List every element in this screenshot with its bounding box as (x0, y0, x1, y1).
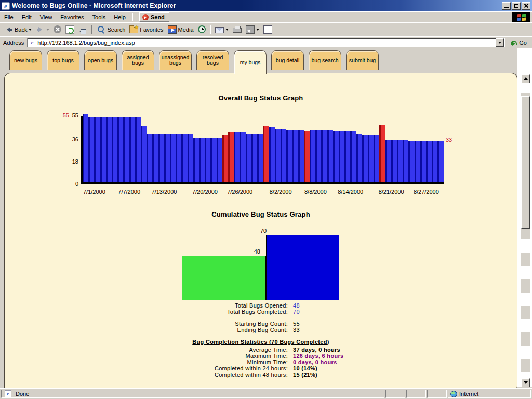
menu-edit[interactable]: Edit (18, 12, 36, 22)
globe-icon (450, 391, 457, 397)
zone-label: Internet (459, 391, 478, 397)
x-axis-tick: 7/26/2000 (227, 189, 252, 195)
x-axis-tick: 8/21/2000 (379, 189, 404, 195)
end-count-label: 33 (446, 137, 452, 143)
chart-bar (362, 135, 368, 182)
chart-bar (181, 134, 187, 182)
send-icon (142, 14, 149, 20)
vertical-scrollbar[interactable] (521, 74, 530, 387)
chart-bar (379, 125, 385, 182)
title-bar: e Welcome to Bugs Online - Microsoft Int… (0, 0, 532, 11)
chart-bar (222, 135, 228, 182)
chart-bar (339, 131, 344, 182)
mail-dropdown-icon[interactable] (225, 29, 229, 32)
chart-bar (426, 141, 432, 182)
menu-help[interactable]: Help (110, 12, 130, 22)
tab-new-bugs[interactable]: new bugs (9, 50, 42, 70)
chart-bar (217, 138, 222, 182)
stat-label: Ending Bug Count: (5, 327, 288, 333)
chart-bar (321, 130, 327, 182)
back-icon (4, 25, 13, 34)
address-field[interactable]: e (27, 38, 505, 47)
restore-button[interactable] (512, 2, 521, 10)
forward-dropdown-icon[interactable] (46, 29, 49, 32)
chart-bar (292, 130, 298, 182)
tab-unassigned-bugs[interactable]: unassigned bugs (159, 50, 192, 70)
back-label: Back (15, 26, 27, 33)
menu-file[interactable]: File (0, 12, 18, 22)
completion-stats-heading: Bug Completion Statistics (70 Bugs Compl… (5, 339, 517, 345)
tab-top-bugs[interactable]: top bugs (47, 50, 79, 70)
chart-bar (176, 134, 181, 182)
tab-bug-search[interactable]: bug search (309, 50, 341, 70)
x-axis-tick: 8/2/2000 (270, 189, 292, 195)
chart-bar (170, 134, 176, 182)
chart-bar (164, 134, 170, 182)
tab-submit-bug[interactable]: submit bug (346, 50, 379, 70)
scroll-down-button[interactable] (521, 378, 530, 387)
stat-label: Total Bugs Completed: (5, 309, 288, 315)
stat-label: Total Bugs Opened: (5, 302, 288, 309)
status-pane (427, 390, 447, 398)
favorites-button[interactable]: Favorites (127, 23, 165, 36)
chart-bar (269, 127, 275, 182)
history-button[interactable] (196, 23, 208, 36)
print-button[interactable] (231, 23, 244, 36)
chart-bar (100, 117, 106, 182)
back-dropdown-icon[interactable] (29, 29, 32, 32)
go-button[interactable]: Go (507, 37, 530, 48)
menu-view[interactable]: View (36, 12, 57, 22)
back-button[interactable]: Back (2, 23, 34, 36)
stat-value: 10 (14%) (293, 365, 343, 371)
chart-bar (193, 138, 199, 182)
close-button[interactable] (522, 2, 530, 10)
tab-resolved-bugs[interactable]: resolved bugs (196, 50, 229, 70)
chart-bar (199, 138, 205, 182)
refresh-button[interactable] (63, 23, 76, 36)
tab-bug-detail[interactable]: bug detail (271, 50, 304, 70)
chart-bar (141, 126, 147, 182)
chart-bar (147, 134, 152, 182)
media-button[interactable]: Media (166, 23, 196, 36)
forward-button[interactable] (34, 23, 51, 36)
minimize-button[interactable] (502, 2, 511, 10)
send-button[interactable]: Send (139, 12, 169, 22)
chart-bar (188, 134, 193, 182)
stop-button[interactable] (51, 23, 63, 36)
home-button[interactable] (76, 23, 89, 36)
tab-my-bugs[interactable]: my bugs (234, 50, 267, 74)
search-button[interactable]: Search (95, 23, 127, 36)
window-title: Welcome to Bugs Online - Microsoft Inter… (12, 2, 501, 9)
chart-bar (304, 131, 310, 182)
scroll-up-button[interactable] (521, 74, 530, 83)
x-axis-tick: 7/20/2000 (192, 189, 218, 195)
edit-dropdown-icon[interactable] (256, 29, 259, 32)
address-input[interactable] (37, 39, 496, 46)
discuss-button[interactable] (261, 23, 274, 36)
chart-bar (432, 141, 437, 182)
ie-throbber-icon (512, 12, 530, 22)
browser-window: e Welcome to Bugs Online - Microsoft Int… (0, 0, 532, 399)
address-dropdown-button[interactable] (496, 38, 504, 47)
menu-bar: FileEditViewFavoritesToolsHelp Send (0, 11, 532, 22)
tab-assigned-bugs[interactable]: assigned bugs (122, 50, 154, 70)
edit-button[interactable] (244, 23, 261, 36)
media-icon (168, 25, 177, 34)
chart-bar (234, 132, 240, 182)
bug-tabs: new bugstop bugsopen bugsassigned bugsun… (9, 50, 379, 73)
x-axis-tick: 7/13/2000 (151, 189, 177, 195)
x-axis-tick: 8/27/2000 (414, 189, 439, 195)
media-label: Media (178, 26, 194, 33)
scrollbar-thumb[interactable] (521, 96, 530, 229)
chart-bar (391, 140, 397, 182)
toolbar-separator (91, 25, 92, 34)
menu-tools[interactable]: Tools (88, 12, 110, 22)
chart-bar (385, 140, 391, 182)
mail-button[interactable] (213, 23, 231, 36)
chevron-down-icon (524, 381, 528, 386)
tab-open-bugs[interactable]: open bugs (84, 50, 117, 70)
stat-value: 126 days, 6 hours (293, 353, 343, 359)
stat-value: 33 (293, 327, 300, 333)
menu-favorites[interactable]: Favorites (56, 12, 88, 22)
status-pane (385, 390, 405, 398)
